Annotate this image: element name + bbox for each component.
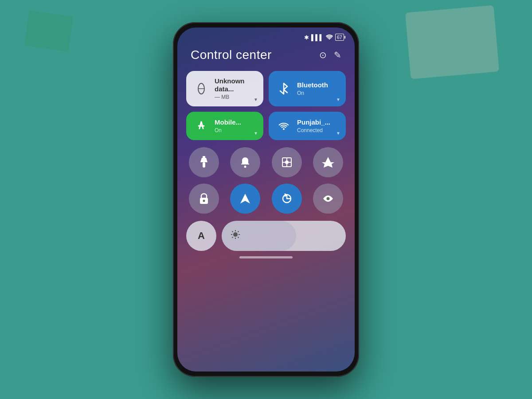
svg-point-13 bbox=[233, 232, 238, 237]
wifi-tile-label: Punjabi_... bbox=[297, 118, 330, 126]
mobile-tile-arrow: ▼ bbox=[254, 131, 258, 136]
signal-icon: ▌▌▌ bbox=[311, 34, 324, 41]
bg-decoration-paper bbox=[405, 5, 499, 79]
svg-point-3 bbox=[244, 166, 246, 168]
phone-screen: ✱ ▌▌▌ 67 bbox=[177, 27, 355, 372]
tile-bluetooth[interactable]: Bluetooth On ▼ bbox=[269, 71, 346, 106]
svg-marker-10 bbox=[240, 194, 250, 203]
cc-title: Control center bbox=[191, 48, 272, 62]
location-button[interactable] bbox=[230, 184, 260, 214]
phone: ✱ ▌▌▌ 67 bbox=[173, 22, 359, 377]
screenshot-button[interactable] bbox=[272, 147, 302, 177]
battery-icon: 67 bbox=[335, 34, 344, 41]
svg-point-9 bbox=[203, 200, 205, 202]
notification-button[interactable] bbox=[230, 147, 260, 177]
bottom-row: A bbox=[177, 221, 355, 251]
wifi-tile-arrow: ▼ bbox=[336, 131, 340, 136]
home-indicator[interactable] bbox=[239, 256, 293, 258]
bluetooth-status-icon: ✱ bbox=[304, 34, 309, 41]
data-tile-label: Unknown data... bbox=[215, 77, 256, 93]
airplane-button[interactable] bbox=[313, 147, 343, 177]
icon-grid bbox=[177, 147, 355, 214]
data-tile-text: Unknown data... — MB bbox=[215, 77, 256, 100]
svg-line-18 bbox=[232, 231, 233, 232]
mobile-tile-text: Mobile... On bbox=[215, 118, 241, 133]
scene: ✱ ▌▌▌ 67 bbox=[0, 0, 532, 399]
wifi-tile-text: Punjabi_... Connected bbox=[297, 118, 330, 133]
mobile-tile-sub: On bbox=[215, 127, 241, 133]
flashlight-button[interactable] bbox=[189, 147, 219, 177]
data-tile-icon bbox=[193, 81, 209, 97]
svg-rect-2 bbox=[203, 162, 205, 168]
svg-rect-0 bbox=[203, 156, 205, 158]
brightness-slider[interactable] bbox=[222, 221, 346, 251]
bg-decoration-plant bbox=[24, 10, 73, 51]
status-icons: ✱ ▌▌▌ 67 bbox=[304, 34, 344, 41]
rotate-button[interactable] bbox=[272, 184, 302, 214]
svg-point-7 bbox=[286, 161, 288, 164]
eye-button[interactable] bbox=[313, 184, 343, 214]
cc-header-icons: ⊙ ✎ bbox=[319, 50, 341, 60]
wifi-status-icon bbox=[326, 34, 333, 41]
tile-wifi[interactable]: Punjabi_... Connected ▼ bbox=[269, 112, 346, 140]
svg-line-20 bbox=[238, 231, 239, 232]
data-tile-arrow: ▼ bbox=[254, 97, 258, 102]
bluetooth-tile-sub: On bbox=[297, 90, 328, 96]
mobile-tile-label: Mobile... bbox=[215, 118, 241, 126]
bluetooth-tile-icon bbox=[276, 81, 292, 97]
mobile-tile-icon bbox=[193, 118, 209, 134]
lock-button[interactable] bbox=[189, 184, 219, 214]
settings-icon[interactable]: ⊙ bbox=[319, 50, 327, 60]
edit-icon[interactable]: ✎ bbox=[334, 50, 341, 60]
wifi-tile-icon bbox=[276, 118, 292, 134]
svg-marker-1 bbox=[200, 158, 207, 162]
data-tile-sub: — MB bbox=[215, 94, 256, 100]
bluetooth-tile-label: Bluetooth bbox=[297, 81, 328, 89]
tile-data[interactable]: Unknown data... — MB ▼ bbox=[186, 71, 263, 106]
bluetooth-tile-text: Bluetooth On bbox=[297, 81, 328, 96]
tile-mobile[interactable]: Mobile... On ▼ bbox=[186, 112, 263, 140]
wifi-tile-sub: Connected bbox=[297, 127, 330, 133]
font-button[interactable]: A bbox=[186, 221, 216, 251]
status-bar: ✱ ▌▌▌ 67 bbox=[177, 27, 355, 43]
cc-header: Control center ⊙ ✎ bbox=[177, 43, 355, 71]
svg-line-21 bbox=[232, 237, 233, 238]
svg-line-19 bbox=[238, 237, 239, 238]
bluetooth-tile-arrow: ▼ bbox=[336, 97, 340, 102]
brightness-icon bbox=[231, 230, 240, 242]
svg-point-12 bbox=[327, 197, 330, 200]
tiles-grid: Unknown data... — MB ▼ Bluetooth On bbox=[177, 71, 355, 140]
